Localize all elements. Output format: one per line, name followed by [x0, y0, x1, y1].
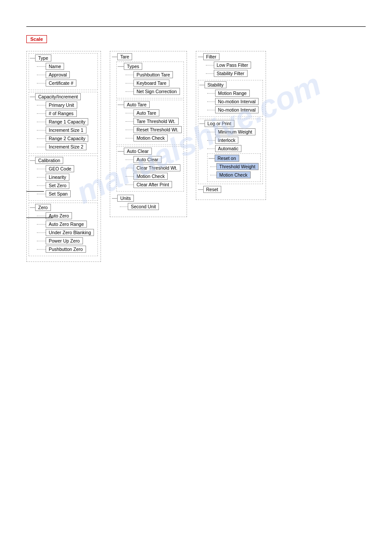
calibration-section: Calibration GEO Code Linearity Set Zero … — [29, 156, 98, 201]
certificate-label: Certificate # — [46, 80, 76, 87]
num-ranges-label: # of Ranges — [46, 110, 77, 117]
zero-section: Zero Auto Zero Auto Zero Range Under Zer… — [29, 203, 98, 256]
capacity-row: Capacity/Increment — [30, 93, 96, 100]
approval-row: Approval — [37, 71, 96, 78]
units-label: Units — [117, 195, 134, 202]
zero-label: Zero — [35, 204, 51, 211]
auto-zero-label: Auto Zero — [46, 212, 72, 219]
reset-threshold-wt-label: Reset Threshold Wt. — [133, 126, 182, 133]
minimum-weight-label: Minimum Weight — [215, 128, 255, 135]
auto-tare-group-label: Auto Tare — [124, 101, 150, 108]
tare-threshold-wt-label: Tare Threshold Wt. — [133, 118, 179, 125]
filter-section: Filter Low Pass Filter Stability Filter — [198, 53, 263, 78]
types-section: Types Pushbutton Tare Keyboard Tare Net … — [116, 62, 184, 98]
under-zero-blanking-label: Under Zero Blanking — [46, 229, 94, 236]
auto-clear-label: Auto Clear — [133, 156, 162, 163]
pushbutton-zero-label: Pushbutton Zero — [46, 246, 86, 253]
log-or-print-label: Log or Print — [205, 120, 234, 127]
bottom-line-2 — [26, 218, 53, 218]
column-1: Type Name Approval Certificate # — [26, 51, 101, 262]
type-row: Type — [30, 54, 96, 62]
increment-size1-label: Increment Size 1 — [46, 127, 86, 134]
range1-capacity-label: Range 1 Capacity — [46, 118, 88, 125]
keyboard-tare-label: Keyboard Tare — [133, 80, 169, 87]
capacity-section: Capacity/Increment Primary Unit # of Ran… — [29, 92, 98, 154]
auto-clear-group-label: Auto Clear — [124, 148, 152, 155]
no-motion-interval-2-label: No-motion Interval — [215, 106, 259, 113]
pushbutton-tare-label: Pushbutton Tare — [133, 71, 173, 78]
certificate-row: Certificate # — [37, 80, 96, 87]
name-row: Name — [37, 63, 96, 70]
automatic-label: Automatic — [215, 145, 242, 152]
calibration-label: Calibration — [35, 157, 63, 164]
units-section: Units Second Unit — [112, 195, 184, 211]
reset-section: Reset — [198, 186, 263, 194]
column-3: Filter Low Pass Filter Stability Filter … — [196, 51, 266, 200]
motion-check-tare-label: Motion Check — [133, 134, 168, 141]
power-up-zero-label: Power Up Zero — [46, 237, 83, 244]
auto-clear-section: Auto Clear Auto Clear Clear Threshold Wt… — [116, 146, 184, 192]
capacity-label: Capacity/Increment — [35, 93, 81, 100]
scale-label: Scale — [26, 35, 47, 43]
linearity-label: Linearity — [46, 174, 69, 181]
set-span-label: Set Span — [46, 190, 71, 197]
geo-code-label: GEO Code — [46, 165, 74, 172]
reset-label: Reset — [203, 186, 221, 193]
approval-label: Approval — [46, 71, 70, 78]
motion-check-logprint-label: Motion Check — [216, 171, 251, 178]
auto-tare-label: Auto Tare — [133, 109, 159, 116]
motion-check-clear-label: Motion Check — [133, 173, 168, 180]
type-section: Type Name Approval Certificate # — [29, 53, 98, 90]
stability-label: Stability — [205, 81, 227, 88]
bottom-line-1 — [26, 191, 44, 192]
top-line — [26, 26, 366, 27]
types-label: Types — [124, 63, 142, 70]
filter-label: Filter — [203, 53, 219, 60]
second-unit-label: Second Unit — [128, 203, 159, 210]
threshold-weight-label: Threshold Weight — [216, 163, 259, 170]
stability-filter-label: Stability Filter — [214, 70, 248, 77]
reset-on-group: Reset on Threshold Weight Motion Check — [207, 153, 261, 182]
tare-label: Tare — [117, 53, 132, 60]
no-motion-interval-1-label: No-motion Interval — [215, 98, 259, 105]
reset-on-label: Reset on — [215, 155, 239, 162]
primary-unit-label: Primary Unit — [46, 102, 77, 109]
auto-tare-section: Auto Tare Auto Tare Tare Threshold Wt. R… — [116, 100, 184, 145]
clear-threshold-wt-label: Clear Threshold Wt. — [133, 164, 180, 171]
stability-section: Stability Motion Range No-motion Interva… — [198, 80, 263, 117]
auto-zero-range-label: Auto Zero Range — [46, 221, 87, 228]
low-pass-filter-label: Low Pass Filter — [214, 62, 252, 69]
name-label: Name — [46, 63, 64, 70]
motion-range-label: Motion Range — [215, 90, 250, 97]
clear-after-print-label: Clear After Print — [133, 181, 172, 188]
tare-section: Tare Types Pushbutton Tare Keyboard Tare — [112, 53, 184, 193]
type-label: Type — [35, 54, 51, 62]
log-or-print-section: Log or Print Minimum Weight Interlock Au… — [198, 119, 263, 184]
set-zero-label: Set Zero — [46, 182, 69, 189]
increment-size2-label: Increment Size 2 — [46, 143, 86, 150]
net-sign-correction-label: Net Sign Correction — [133, 88, 180, 95]
main-layout: Type Name Approval Certificate # — [26, 51, 366, 262]
interlock-label: Interlock — [215, 137, 239, 144]
range2-capacity-label: Range 2 Capacity — [46, 135, 88, 142]
column-2: Tare Types Pushbutton Tare Keyboard Tare — [110, 51, 187, 217]
